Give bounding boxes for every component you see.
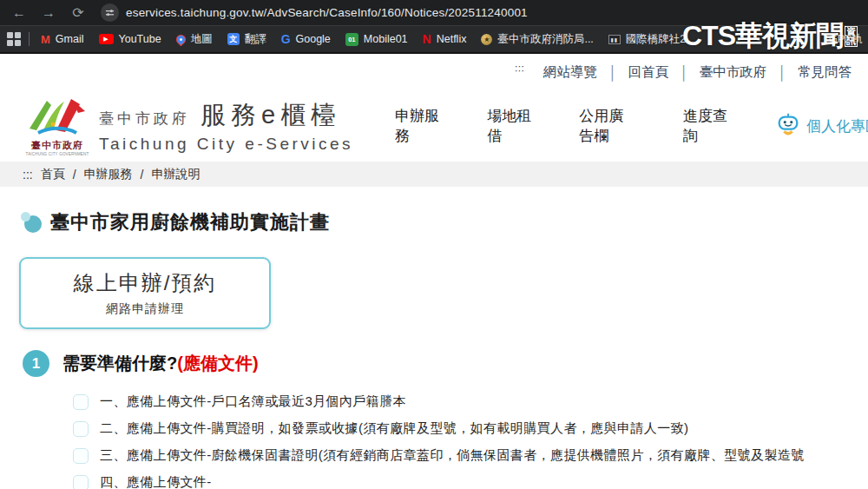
personal-zone-label: 個人化專區 [806,116,868,136]
section-highlight: (應備文件) [177,354,258,373]
nav-apply-services[interactable]: 申辦服務 [395,106,442,146]
bookmark-label: 翻譯 [245,32,266,47]
bookmarks-divider [29,32,30,46]
apply-button-label: 線上申辦/預約 [74,269,217,297]
bookmark-gmail[interactable]: M Gmail [37,31,88,48]
nav-progress-inquiry[interactable]: 進度查詢 [683,106,730,146]
nav-public-board[interactable]: 公用廣告欄 [579,106,638,146]
breadcrumb-separator: / [141,168,144,182]
logo-english-name: Taichung City e-Services [99,135,353,154]
bookmark-label: 臺中市政府消防局... [497,32,593,47]
site-header: 臺中市政府 TAICHUNG CITY GOVERNMENT 臺中市政府 服務e… [0,91,868,161]
utility-separator: │ [680,65,688,81]
bookmark-netflix[interactable]: N Netflix [419,30,470,48]
section-question: 需要準備什麼? [62,354,177,373]
watermark-text: CTS華視新聞 [682,17,843,56]
list-item-text: 三、應備上傳文件-廚餘機保固書證明(須有經銷商店章蓋印，倘無保固書者，應提供機體… [100,447,805,464]
chatbot-robot-icon [775,111,801,142]
mobile01-icon: 01 [345,33,358,46]
required-documents-list: 一、應備上傳文件-戶口名簿或最近3月個內戶籍謄本 二、應備上傳文件-購買證明，如… [73,393,805,489]
bridge-club-icon: ▮▮ [608,35,621,44]
site-utility-nav: ⋯⋯ 網站導覽 │ 回首頁 │ 臺中市政府 │ 常見問答 [0,54,868,91]
checkbox[interactable] [73,421,89,437]
utility-link-city-gov[interactable]: 臺中市政府 [688,63,779,82]
site-settings-icon[interactable] [101,3,119,22]
bookmark-label: Mobile01 [364,33,408,45]
google-icon: G [281,32,291,46]
breadcrumb-current-page: 申辦說明 [151,167,200,182]
bookmark-mobile01[interactable]: 01 Mobile01 [342,31,411,48]
maps-pin-icon [174,32,187,46]
page-content: 臺中市家用廚餘機補助實施計畫 線上申辦/預約 網路申請辦理 1 需要準備什麼?(… [0,187,868,489]
nav-venue-rental[interactable]: 場地租借 [487,106,534,146]
accessibility-marker: ⋯⋯ [515,64,525,73]
utility-separator: │ [778,65,786,81]
cts-news-watermark: CTS華視新聞 資訊 [682,17,858,56]
back-icon[interactable]: ← [10,5,28,21]
list-item: 二、應備上傳文件-購買證明，如發票或收據(須有廠牌及型號，如有載明購買人者，應與… [73,420,805,437]
list-item-text: 二、應備上傳文件-購買證明，如發票或收據(須有廠牌及型號，如有載明購買人者，應與… [100,420,688,437]
breadcrumb-home[interactable]: 首頁 [41,167,65,182]
fire-department-badge-icon: ★ [481,34,492,45]
bookmark-fire-department[interactable]: ★ 臺中市政府消防局... [477,30,596,49]
list-item: 一、應備上傳文件-戶口名簿或最近3月個內戶籍謄本 [73,393,805,410]
utility-link-faq[interactable]: 常見問答 [786,63,863,82]
page-title: 臺中市家用廚餘機補助實施計畫 [50,209,330,235]
logo-service-name: 服務e櫃檯 [201,98,341,133]
page-title-icon [21,212,42,233]
online-apply-button[interactable]: 線上申辦/預約 網路申請辦理 [19,257,271,329]
utility-separator: │ [608,65,617,81]
translate-icon: 文 [227,33,240,45]
list-item-text: 一、應備上傳文件-戶口名簿或最近3月個內戶籍謄本 [100,393,406,410]
emblem-label-zh: 臺中市政府 [24,139,90,152]
list-item-text: 四、應備上傳文件- [100,474,212,489]
bookmark-label: Google [296,33,331,45]
breadcrumb: ::: 首頁 / 申辦服務 / 申辦說明 [0,162,868,187]
checkbox[interactable] [73,475,89,489]
reload-icon[interactable]: ⟳ [69,4,87,21]
apply-button-sublabel: 網路申請辦理 [106,301,184,317]
bookmark-label: Gmail [56,33,84,45]
forward-icon[interactable]: → [40,5,57,21]
section-number-badge: 1 [23,350,49,377]
list-item: 四、應備上傳文件- [73,474,805,489]
utility-link-home[interactable]: 回首頁 [617,63,681,82]
bookmark-label: YouTube [119,33,161,45]
utility-link-sitemap[interactable]: 網站導覽 [532,63,608,82]
breadcrumb-marker: ::: [23,168,33,182]
city-gov-emblem-icon: 臺中市政府 TAICHUNG CITY GOVERNMENT [24,96,90,156]
apps-grid-icon[interactable] [7,32,21,46]
emblem-label-en: TAICHUNG CITY GOVERNMENT [24,152,90,156]
logo-gov-name: 臺中市政府 [99,109,190,129]
netflix-icon: N [423,32,431,46]
youtube-icon: ▶ [99,34,114,44]
bookmark-label: 國際橋牌社2 [626,32,686,47]
site-logo[interactable]: 臺中市政府 TAICHUNG CITY GOVERNMENT 臺中市政府 服務e… [24,96,353,156]
url-text: eservices.taichung.gov.tw/AdvSearch/Case… [126,6,528,19]
list-item: 三、應備上傳文件-廚餘機保固書證明(須有經銷商店章蓋印，倘無保固書者，應提供機體… [73,447,805,464]
checkbox[interactable] [73,448,89,464]
breadcrumb-apply-services[interactable]: 申辦服務 [84,167,133,182]
bookmark-youtube[interactable]: ▶ YouTube [95,31,165,47]
bookmark-bridge-club[interactable]: ▮▮ 國際橋牌社2 [605,30,689,49]
nav-personal-zone[interactable]: 個人化專區 [775,111,868,142]
bookmark-google[interactable]: G Google [278,30,334,48]
checkbox[interactable] [73,394,89,410]
bookmark-translate[interactable]: 文 翻譯 [224,30,270,49]
gmail-icon: M [41,33,50,46]
breadcrumb-separator: / [73,168,76,182]
bookmark-maps[interactable]: 地圖 [173,30,216,49]
site-logotype: 臺中市政府 服務e櫃檯 Taichung City e-Services [99,98,353,154]
main-nav: 申辦服務 場地租借 公用廣告欄 進度查詢 個人化專區 [395,106,868,146]
bookmark-label: Netflix [437,33,467,45]
bookmark-label: 地圖 [191,32,213,47]
watermark-suffix: 資訊 [845,26,858,47]
